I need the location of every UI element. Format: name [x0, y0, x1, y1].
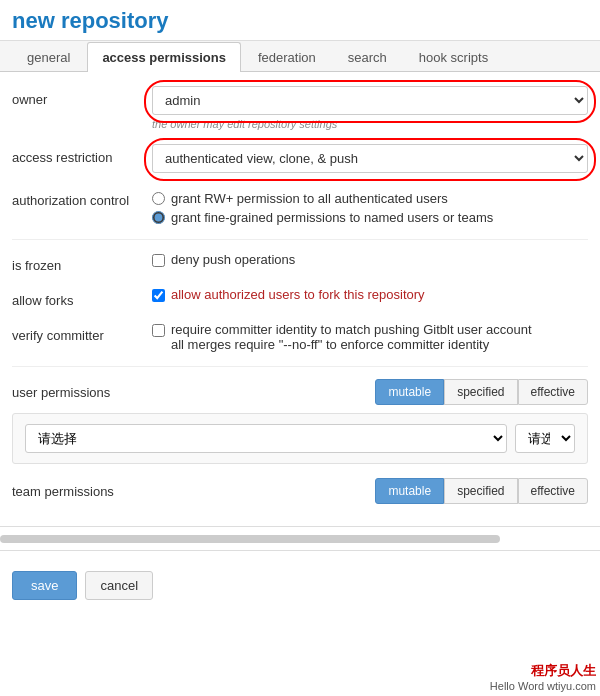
scrollbar-area[interactable]	[0, 526, 600, 551]
is-frozen-option-label: deny push operations	[171, 252, 295, 267]
access-restriction-label: access restriction	[12, 144, 152, 165]
is-frozen-row: is frozen deny push operations	[12, 252, 588, 273]
watermark-line1: 程序员人生	[490, 662, 596, 680]
radio-group: grant RW+ permission to all authenticate…	[152, 187, 588, 225]
verify-committer-option1: require committer identity to match push…	[171, 322, 532, 337]
authorization-control-row: authorization control grant RW+ permissi…	[12, 187, 588, 225]
radio-rw[interactable]	[152, 192, 165, 205]
owner-label: owner	[12, 86, 152, 107]
tab-hook-scripts[interactable]: hook scripts	[404, 42, 503, 72]
is-frozen-checkbox-item[interactable]: deny push operations	[152, 252, 588, 267]
allow-forks-checkbox-item[interactable]: allow authorized users to fork this repo…	[152, 287, 588, 302]
allow-forks-option-label: allow authorized users to fork this repo…	[171, 287, 425, 302]
radio-rw-label: grant RW+ permission to all authenticate…	[171, 191, 448, 206]
authorization-control-label: authorization control	[12, 187, 152, 208]
team-permissions-row: team permissions mutable specified effec…	[12, 478, 588, 504]
access-restriction-row: access restriction authenticated view, c…	[12, 144, 588, 173]
user-perm-effective-btn[interactable]: effective	[518, 379, 588, 405]
watermark: 程序员人生 Hello Word wtiyu.com	[490, 662, 596, 692]
access-restriction-select[interactable]: authenticated view, clone, & push	[152, 144, 588, 173]
tab-federation[interactable]: federation	[243, 42, 331, 72]
save-button[interactable]: save	[12, 571, 77, 600]
access-restriction-select-wrapper: authenticated view, clone, & push	[152, 144, 588, 173]
user-perm-select-small[interactable]: 请选	[515, 424, 575, 453]
verify-committer-checkbox[interactable]	[152, 324, 165, 337]
user-perm-mutable-btn[interactable]: mutable	[375, 379, 444, 405]
allow-forks-checkbox[interactable]	[152, 289, 165, 302]
verify-committer-checkbox-item[interactable]: require committer identity to match push…	[152, 322, 588, 352]
owner-row: owner admin the owner may edit repositor…	[12, 86, 588, 130]
tab-access-permissions[interactable]: access permissions	[87, 42, 241, 72]
radio-fine[interactable]	[152, 211, 165, 224]
form-area: owner admin the owner may edit repositor…	[0, 72, 600, 526]
team-permissions-label: team permissions	[12, 484, 152, 499]
verify-committer-label: verify committer	[12, 322, 152, 343]
radio-item-fine[interactable]: grant fine-grained permissions to named …	[152, 210, 588, 225]
tabs-bar: general access permissions federation se…	[0, 41, 600, 72]
access-restriction-control: authenticated view, clone, & push	[152, 144, 588, 173]
verify-committer-label-wrap: require committer identity to match push…	[171, 322, 532, 352]
team-permissions-buttons: mutable specified effective	[375, 478, 588, 504]
is-frozen-label: is frozen	[12, 252, 152, 273]
radio-item-rw[interactable]: grant RW+ permission to all authenticate…	[152, 191, 588, 206]
page-title: new repository	[12, 8, 588, 34]
tab-search[interactable]: search	[333, 42, 402, 72]
allow-forks-control: allow authorized users to fork this repo…	[152, 287, 588, 302]
user-permissions-sub-area: 请选择 请选	[12, 413, 588, 464]
team-perm-effective-btn[interactable]: effective	[518, 478, 588, 504]
is-frozen-control: deny push operations	[152, 252, 588, 267]
section-divider-2	[12, 366, 588, 367]
allow-forks-label: allow forks	[12, 287, 152, 308]
user-permissions-buttons: mutable specified effective	[375, 379, 588, 405]
user-perm-select[interactable]: 请选择	[25, 424, 507, 453]
owner-select-wrapper: admin	[152, 86, 588, 115]
team-perm-specified-btn[interactable]: specified	[444, 478, 517, 504]
authorization-control-options: grant RW+ permission to all authenticate…	[152, 187, 588, 225]
watermark-line2: Hello Word wtiyu.com	[490, 680, 596, 692]
owner-control: admin the owner may edit repository sett…	[152, 86, 588, 130]
bottom-actions: save cancel	[0, 561, 600, 610]
team-perm-mutable-btn[interactable]: mutable	[375, 478, 444, 504]
user-permissions-label: user permissions	[12, 385, 152, 400]
verify-committer-control: require committer identity to match push…	[152, 322, 588, 352]
owner-hint: the owner may edit repository settings	[152, 118, 588, 130]
verify-committer-option2: all merges require "--no-ff" to enforce …	[171, 337, 532, 352]
page-header: new repository	[0, 0, 600, 41]
user-perm-specified-btn[interactable]: specified	[444, 379, 517, 405]
scrollbar-thumb	[0, 535, 500, 543]
is-frozen-checkbox[interactable]	[152, 254, 165, 267]
section-divider-1	[12, 239, 588, 240]
allow-forks-row: allow forks allow authorized users to fo…	[12, 287, 588, 308]
cancel-button[interactable]: cancel	[85, 571, 153, 600]
tab-general[interactable]: general	[12, 42, 85, 72]
user-permissions-row: user permissions mutable specified effec…	[12, 379, 588, 405]
owner-select[interactable]: admin	[152, 86, 588, 115]
verify-committer-row: verify committer require committer ident…	[12, 322, 588, 352]
radio-fine-label: grant fine-grained permissions to named …	[171, 210, 493, 225]
